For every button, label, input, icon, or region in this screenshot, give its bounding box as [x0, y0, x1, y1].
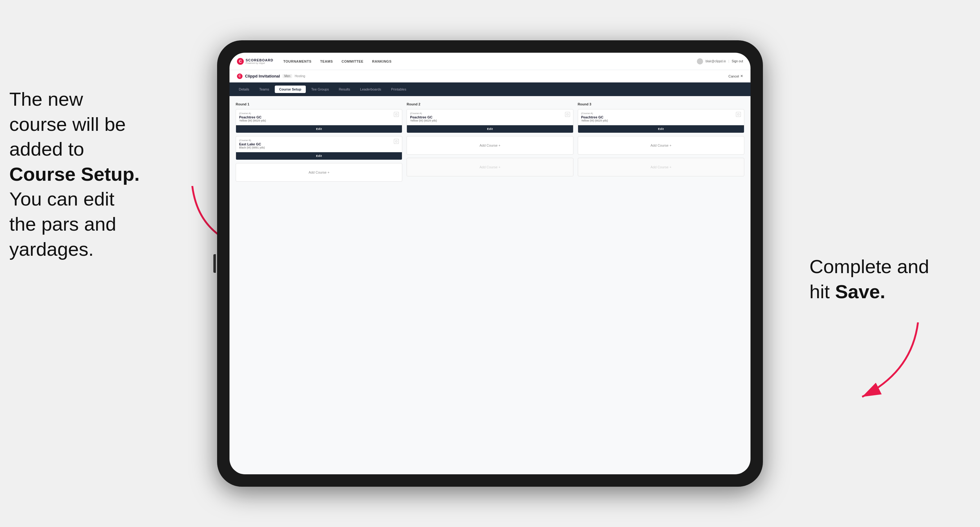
tournament-header: C Clippd Invitational Men Hosting Cancel…	[229, 70, 751, 83]
round3-course-name: Peachtree GC	[581, 115, 608, 119]
nav-committee[interactable]: COMMITTEE	[342, 60, 363, 63]
course-tag: (Course A)	[239, 112, 266, 115]
logo-c-icon: C	[237, 58, 244, 65]
tabs-bar: Details Teams Course Setup Tee Groups Re…	[229, 83, 751, 96]
round3-course-header: (Course A) Peachtree GC Yellow (M) (6629…	[578, 110, 744, 123]
side-button[interactable]	[213, 254, 216, 273]
tab-course-setup[interactable]: Course Setup	[275, 86, 306, 93]
round1-course-a-card: (Course A) Peachtree GC Yellow (M) (6629…	[236, 109, 402, 133]
sign-out-link[interactable]: Sign out	[732, 60, 743, 63]
gender-badge: Men	[283, 74, 292, 78]
round2-course-a-card: (Course A) Peachtree GC Yellow (M) (6629…	[407, 109, 573, 133]
delete-course-b-button[interactable]: □	[394, 139, 399, 144]
nav-logo: C SCOREBOARD Powered by clippd	[237, 58, 273, 65]
nav-right: blair@clippd.io | Sign out	[697, 58, 743, 65]
round1-add-course-button[interactable]: Add Course +	[236, 163, 402, 182]
edit-course-button[interactable]: Edit	[236, 125, 402, 133]
tournament-status: Hosting	[294, 75, 305, 78]
round1-course-b-card: (Course B) East Lake GC Black (M) (6891 …	[236, 136, 402, 160]
cancel-button[interactable]: Cancel ✕	[729, 74, 743, 78]
nav-divider: |	[729, 60, 729, 63]
round-3-column: Round 3 (Course A) Peachtree GC Yellow (…	[578, 102, 744, 468]
add-course-label: Add Course +	[309, 170, 330, 174]
round-2-column: Round 2 (Course A) Peachtree GC Yellow (…	[407, 102, 573, 468]
nav-teams[interactable]: TEAMS	[320, 60, 333, 63]
course-name-b: East Lake GC	[239, 142, 265, 146]
course-info-b: (Course B) East Lake GC Black (M) (6891 …	[239, 139, 265, 149]
tablet-screen: C SCOREBOARD Powered by clippd TOURNAMEN…	[229, 53, 751, 474]
arrow-right-icon	[843, 316, 931, 403]
logo-text: SCOREBOARD	[246, 58, 273, 62]
round3-add-course-label: Add Course +	[651, 143, 672, 147]
round2-delete-button[interactable]: □	[565, 112, 570, 117]
course-details-b: Black (M) (6891 yds)	[239, 146, 265, 149]
round3-course-a-card: (Course A) Peachtree GC Yellow (M) (6629…	[578, 109, 744, 133]
round3-add-course-button[interactable]: Add Course +	[578, 136, 744, 155]
round2-add-course-button[interactable]: Add Course +	[407, 136, 573, 155]
round3-course-tag: (Course A)	[581, 112, 608, 115]
course-details: Yellow (M) (6629 yds)	[239, 119, 266, 122]
tab-leaderboards[interactable]: Leaderboards	[356, 86, 385, 93]
tab-printables[interactable]: Printables	[387, 86, 410, 93]
tab-tee-groups[interactable]: Tee Groups	[307, 86, 333, 93]
edit-course-b-button[interactable]: Edit	[236, 152, 402, 160]
tablet-shell: C SCOREBOARD Powered by clippd TOURNAMEN…	[217, 40, 763, 487]
logo-sub: Powered by clippd	[246, 62, 273, 64]
round2-course-tag: (Course A)	[410, 112, 437, 115]
round2-add-course-disabled-label: Add Course +	[479, 165, 501, 169]
round3-course-details: Yellow (M) (6629 yds)	[581, 119, 608, 122]
course-name: Peachtree GC	[239, 115, 266, 119]
course-card-header-b: (Course B) East Lake GC Black (M) (6891 …	[236, 137, 402, 150]
delete-course-button[interactable]: □	[394, 112, 399, 117]
round2-edit-button[interactable]: Edit	[407, 125, 573, 133]
tournament-title: C Clippd Invitational Men Hosting	[237, 73, 305, 79]
nav-links: TOURNAMENTS TEAMS COMMITTEE RANKINGS	[283, 60, 697, 63]
round3-course-info: (Course A) Peachtree GC Yellow (M) (6629…	[581, 112, 608, 122]
user-email: blair@clippd.io	[706, 60, 726, 63]
tournament-name: Clippd Invitational	[245, 74, 280, 78]
nav-rankings[interactable]: RANKINGS	[372, 60, 392, 63]
round2-add-course-label: Add Course +	[479, 143, 501, 147]
annotation-right: Complete and hit Save.	[810, 254, 971, 304]
round2-course-header: (Course A) Peachtree GC Yellow (M) (6629…	[407, 110, 573, 123]
course-tag-b: (Course B)	[239, 139, 265, 142]
round-1-label: Round 1	[236, 102, 402, 106]
round2-course-info: (Course A) Peachtree GC Yellow (M) (6629…	[410, 112, 437, 122]
course-info: (Course A) Peachtree GC Yellow (M) (6629…	[239, 112, 266, 122]
round2-add-course-disabled: Add Course +	[407, 158, 573, 176]
round-2-label: Round 2	[407, 102, 573, 106]
round3-add-course-disabled: Add Course +	[578, 158, 744, 176]
nav-bar: C SCOREBOARD Powered by clippd TOURNAMEN…	[229, 53, 751, 70]
tournament-logo: C	[237, 73, 242, 79]
tab-details[interactable]: Details	[234, 86, 254, 93]
round3-add-course-disabled-label: Add Course +	[651, 165, 672, 169]
tab-teams[interactable]: Teams	[255, 86, 274, 93]
round-3-label: Round 3	[578, 102, 744, 106]
round2-course-name: Peachtree GC	[410, 115, 437, 119]
round3-edit-button[interactable]: Edit	[578, 125, 744, 133]
cancel-icon: ✕	[740, 74, 743, 78]
round3-delete-button[interactable]: □	[736, 112, 741, 117]
annotation-left: The new course will be added to Course S…	[9, 87, 196, 262]
main-content: Round 1 (Course A) Peachtree GC Yellow (…	[229, 96, 751, 474]
tab-results[interactable]: Results	[334, 86, 355, 93]
nav-tournaments[interactable]: TOURNAMENTS	[283, 60, 311, 63]
course-card-header: (Course A) Peachtree GC Yellow (M) (6629…	[236, 110, 402, 123]
avatar	[697, 58, 703, 65]
round2-course-details: Yellow (M) (6629 yds)	[410, 119, 437, 122]
round-1-column: Round 1 (Course A) Peachtree GC Yellow (…	[236, 102, 402, 468]
